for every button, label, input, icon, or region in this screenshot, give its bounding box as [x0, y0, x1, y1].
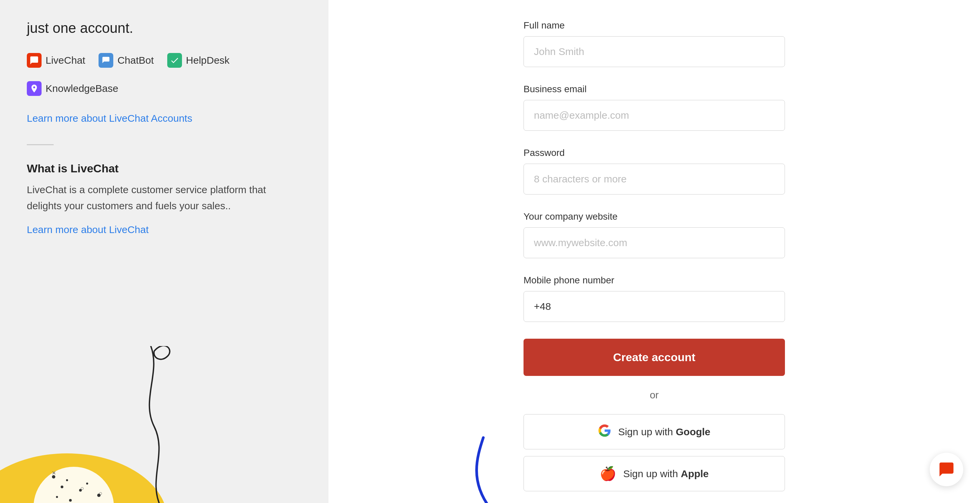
business-email-input[interactable]	[523, 100, 785, 131]
svg-point-9	[56, 496, 58, 498]
products-row: LiveChat ChatBot HelpDesk	[27, 53, 302, 96]
knowledgebase-label: KnowledgeBase	[46, 83, 118, 94]
chatbot-label: ChatBot	[117, 55, 153, 66]
product-helpdesk: HelpDesk	[167, 53, 229, 68]
signup-form: Full name Business email Password Your c…	[523, 20, 785, 503]
right-panel: Full name Business email Password Your c…	[328, 0, 980, 503]
product-livechat: LiveChat	[27, 53, 85, 68]
helpdesk-icon	[167, 53, 182, 68]
learn-more-text: Learn more	[27, 113, 78, 124]
svg-point-8	[69, 499, 72, 501]
full-name-field: Full name	[523, 20, 785, 67]
livechat-icon	[27, 53, 41, 68]
password-label: Password	[523, 147, 785, 158]
helpdesk-label: HelpDesk	[186, 55, 229, 66]
intro-text: just one account.	[27, 20, 302, 36]
password-field: Password	[523, 147, 785, 195]
svg-text:×: ×	[52, 469, 56, 476]
or-divider: or	[523, 389, 785, 401]
apple-signup-label: Sign up with Apple	[623, 468, 708, 479]
full-name-input[interactable]	[523, 36, 785, 67]
chatbot-icon	[99, 53, 113, 68]
social-buttons-wrapper: Sign up with Google 🍎 Sign up with Apple	[523, 414, 785, 491]
company-website-input[interactable]	[523, 227, 785, 258]
business-email-label: Business email	[523, 84, 785, 94]
phone-input[interactable]	[523, 291, 785, 322]
svg-text:○: ○	[99, 490, 103, 497]
company-website-field: Your company website	[523, 211, 785, 258]
svg-text:○: ○	[80, 485, 84, 492]
knowledgebase-icon	[27, 81, 41, 96]
terms-text: By creating an account you agree to Term…	[523, 501, 785, 503]
full-name-label: Full name	[523, 20, 785, 31]
product-chatbot: ChatBot	[99, 53, 153, 68]
learn-more-accounts-link[interactable]: Learn more about LiveChat Accounts	[27, 113, 302, 124]
phone-label: Mobile phone number	[523, 275, 785, 286]
product-knowledgebase: KnowledgeBase	[27, 81, 118, 96]
google-bold: Google	[676, 426, 710, 437]
left-panel: just one account. LiveChat ChatBot	[0, 0, 328, 503]
apple-icon: 🍎	[600, 466, 616, 482]
google-signup-button[interactable]: Sign up with Google	[523, 414, 785, 449]
section-divider	[27, 144, 54, 145]
learn-more-livechat-link[interactable]: Learn more about LiveChat	[27, 224, 302, 235]
password-input[interactable]	[523, 164, 785, 195]
apple-bold: Apple	[681, 468, 708, 479]
illustration: × ○ ○	[0, 346, 328, 503]
phone-field: Mobile phone number	[523, 275, 785, 322]
or-text: or	[650, 389, 659, 401]
svg-point-5	[66, 479, 68, 481]
apple-signup-button[interactable]: 🍎 Sign up with Apple	[523, 456, 785, 491]
learn-more-suffix: about LiveChat Accounts	[78, 113, 192, 124]
svg-point-7	[86, 482, 88, 485]
what-is-title: What is LiveChat	[27, 162, 302, 175]
svg-point-4	[60, 485, 64, 488]
business-email-field: Business email	[523, 84, 785, 131]
create-account-button[interactable]: Create account	[523, 339, 785, 376]
what-is-desc: LiveChat is a complete customer service …	[27, 182, 302, 214]
livechat-label: LiveChat	[46, 55, 85, 66]
chat-bubble-button[interactable]	[930, 453, 963, 486]
google-signup-label: Sign up with Google	[618, 426, 710, 438]
google-icon	[598, 424, 611, 440]
company-website-label: Your company website	[523, 211, 785, 222]
